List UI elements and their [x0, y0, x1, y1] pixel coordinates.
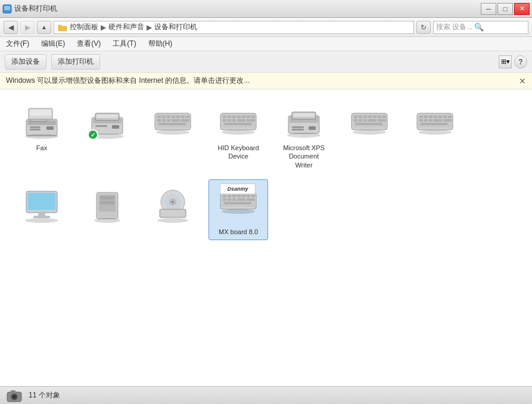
svg-rect-99 — [100, 196, 114, 200]
device-item-monitor[interactable] — [12, 179, 71, 240]
svg-rect-92 — [28, 193, 55, 210]
hid-keyboard-label: HID KeyboardDevice — [217, 144, 259, 161]
title-bar: 设备和打印机 ─ □ ✕ — [0, 0, 532, 18]
content-area: Fax ✓ — [0, 89, 532, 386]
back-button[interactable]: ◀ — [4, 21, 18, 34]
svg-rect-81 — [438, 116, 442, 118]
svg-rect-45 — [228, 119, 231, 122]
status-count: 11 个对象 — [29, 390, 60, 400]
window-icon — [2, 4, 12, 14]
path-sep-1: ▶ — [101, 23, 106, 32]
svg-rect-29 — [162, 119, 166, 122]
svg-rect-15 — [97, 114, 118, 118]
forward-button[interactable]: ▶ — [20, 21, 35, 34]
svg-rect-80 — [434, 116, 437, 118]
maximize-button[interactable]: □ — [497, 3, 513, 15]
device-grid: Fax ✓ — [12, 95, 520, 240]
svg-rect-64 — [368, 116, 372, 118]
svg-point-90 — [418, 130, 452, 135]
mx-board-label: MX board 8.0 — [219, 228, 258, 236]
svg-rect-121 — [237, 198, 245, 201]
xps-icon — [283, 100, 325, 141]
device-item-fax[interactable]: Fax — [12, 95, 71, 173]
optical-icon — [152, 184, 194, 225]
svg-rect-85 — [424, 119, 428, 122]
svg-point-127 — [13, 395, 16, 399]
svg-rect-16 — [112, 125, 119, 129]
menu-help[interactable]: 帮助(H) — [146, 38, 175, 50]
svg-rect-55 — [309, 126, 316, 130]
svg-rect-30 — [167, 119, 170, 122]
svg-rect-54 — [293, 113, 315, 117]
svg-point-108 — [157, 218, 188, 223]
address-bar: ◀ ▶ ▲ 控制面板 ▶ 硬件和声音 ▶ 设备和打印机 ↻ 搜索 设备... 🔍 — [0, 18, 532, 37]
svg-point-101 — [94, 218, 120, 223]
device-item-keyboard2[interactable] — [340, 95, 399, 173]
path-part-3: 设备和打印机 — [154, 22, 197, 32]
svg-rect-7 — [30, 110, 51, 116]
device-item-keyboard3[interactable] — [405, 95, 465, 173]
svg-rect-116 — [247, 195, 250, 197]
svg-rect-44 — [223, 119, 226, 122]
device-item-keyboard1[interactable] — [143, 95, 203, 173]
refresh-button[interactable]: ↻ — [416, 21, 431, 34]
help-button[interactable]: ? — [514, 55, 527, 69]
info-bar-close[interactable]: ✕ — [519, 76, 526, 86]
svg-rect-86 — [429, 119, 433, 122]
svg-rect-107 — [161, 210, 185, 216]
svg-rect-26 — [181, 116, 185, 118]
keyboard3-icon — [414, 100, 456, 141]
device-item-mx-board[interactable]: Dsanmy — [209, 179, 268, 240]
svg-rect-22 — [162, 116, 166, 118]
device-item-xps[interactable]: Microsoft XPSDocumentWriter — [274, 95, 334, 173]
svg-point-74 — [353, 130, 386, 135]
svg-rect-33 — [158, 123, 186, 125]
svg-rect-118 — [223, 198, 226, 201]
svg-rect-100 — [100, 201, 114, 204]
add-printer-button[interactable]: 添加打印机 — [51, 54, 100, 70]
device-item-default-printer[interactable]: ✓ — [77, 95, 137, 173]
svg-rect-48 — [247, 119, 255, 122]
status-camera-icon — [6, 389, 23, 403]
mx-board-icon: Dsanmy — [217, 184, 259, 225]
add-device-button[interactable]: 添加设备 — [5, 54, 46, 70]
svg-rect-84 — [419, 119, 423, 122]
svg-rect-73 — [355, 123, 382, 125]
device-item-optical[interactable] — [143, 179, 203, 240]
svg-rect-49 — [224, 123, 251, 125]
info-bar: Windows 可以显示增强型设备图标和来自 Internet 的信息。请单击进… — [0, 73, 532, 89]
svg-rect-82 — [443, 116, 447, 118]
toolbar-right: ⊞▾ ? — [499, 55, 527, 69]
path-part-2: 硬件和声音 — [108, 22, 144, 32]
menu-tools[interactable]: 工具(T) — [110, 38, 138, 50]
svg-rect-122 — [247, 198, 255, 201]
up-button[interactable]: ▲ — [37, 21, 51, 34]
minimize-button[interactable]: ─ — [481, 3, 496, 15]
svg-rect-115 — [242, 195, 245, 197]
view-toggle-button[interactable]: ⊞▾ — [499, 55, 512, 69]
svg-rect-66 — [378, 116, 381, 118]
svg-rect-40 — [237, 116, 241, 118]
device-item-hid-keyboard[interactable]: HID KeyboardDevice — [209, 95, 268, 173]
path-sep-2: ▶ — [147, 23, 152, 32]
status-bar: 11 个对象 — [0, 386, 532, 404]
xps-label: Microsoft XPSDocumentWriter — [283, 144, 325, 169]
svg-rect-68 — [354, 119, 357, 122]
search-box[interactable]: 搜索 设备... 🔍 — [433, 21, 528, 34]
svg-rect-37 — [223, 116, 226, 118]
menu-file[interactable]: 文件(F) — [4, 38, 32, 50]
svg-rect-94 — [33, 216, 50, 218]
svg-rect-1 — [4, 6, 10, 10]
svg-point-124 — [222, 209, 255, 214]
menu-view[interactable]: 查看(V) — [74, 38, 103, 50]
svg-rect-111 — [223, 195, 226, 197]
menu-edit[interactable]: 编辑(E) — [39, 38, 67, 50]
close-button[interactable]: ✕ — [514, 3, 530, 15]
title-bar-controls: ─ □ ✕ — [481, 3, 530, 15]
device-item-drive[interactable] — [77, 179, 137, 240]
svg-rect-27 — [186, 116, 189, 118]
address-path[interactable]: 控制面板 ▶ 硬件和声音 ▶ 设备和打印机 — [54, 21, 414, 34]
svg-rect-67 — [382, 116, 386, 118]
svg-rect-39 — [232, 116, 236, 118]
svg-rect-32 — [181, 119, 189, 122]
